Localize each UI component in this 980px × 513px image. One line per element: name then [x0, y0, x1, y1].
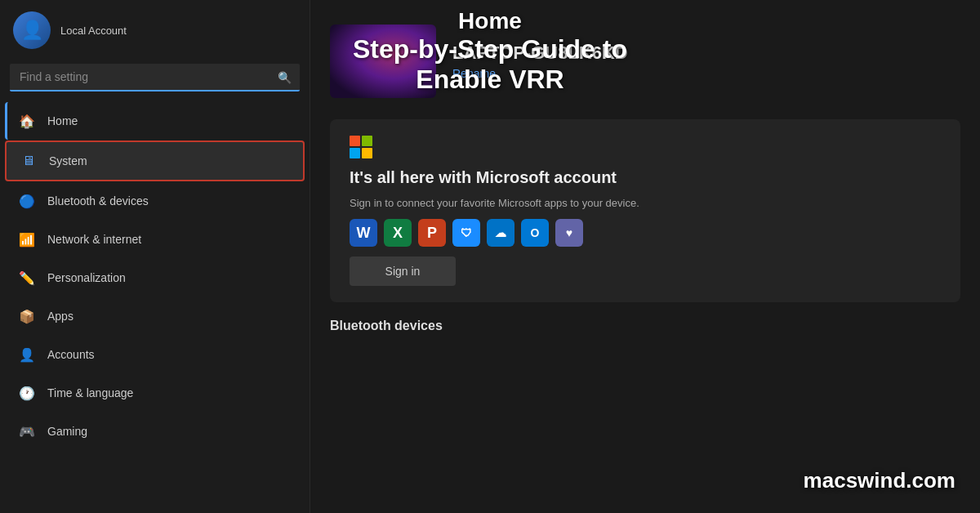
sidebar-item-bluetooth[interactable]: 🔵 Bluetooth & devices	[5, 182, 305, 220]
sidebar-item-time[interactable]: 🕐 Time & language	[5, 374, 305, 412]
bluetooth-icon: 🔵	[18, 192, 36, 210]
word-icon: W	[350, 219, 377, 247]
outlook-icon: O	[521, 219, 549, 247]
ms-account-card: It's all here with Microsoft account Sig…	[330, 119, 960, 302]
sidebar-item-gaming-label: Gaming	[47, 425, 87, 438]
excel-icon: X	[384, 219, 412, 247]
gaming-icon: 🎮	[18, 422, 36, 440]
sidebar-item-apps[interactable]: 📦 Apps	[5, 297, 305, 335]
network-icon: 📶	[18, 230, 36, 248]
device-name: LAPTOP-GU8LK6KD	[452, 42, 628, 64]
user-info: Local Account	[60, 25, 127, 37]
search-icon: 🔍	[278, 71, 292, 84]
system-icon: 🖥	[20, 152, 38, 170]
ms-card-subtitle: Sign in to connect your favorite Microso…	[350, 197, 941, 209]
user-name: Local Account	[60, 25, 127, 37]
ms-logo-red	[350, 136, 360, 146]
personalization-icon: ✏️	[18, 269, 36, 287]
user-profile: 👤 Local Account	[0, 0, 310, 60]
ms-logo-green	[362, 136, 372, 146]
user-avatar-icon: 👤	[21, 20, 43, 41]
watermark-bottom-right: macswind.com	[804, 468, 956, 493]
ms-logo-blue	[350, 148, 360, 158]
home-icon: 🏠	[18, 112, 36, 130]
sidebar-item-home[interactable]: 🏠 Home	[5, 102, 305, 140]
sidebar-item-bluetooth-label: Bluetooth & devices	[47, 194, 149, 207]
sidebar-item-accounts-label: Accounts	[47, 348, 95, 361]
sidebar-item-system-label: System	[49, 154, 87, 167]
accounts-icon: 👤	[18, 346, 36, 364]
search-box: 🔍	[10, 64, 300, 91]
sidebar-item-network-label: Network & internet	[47, 233, 141, 246]
sidebar-item-system[interactable]: 🖥 System	[5, 141, 305, 181]
laptop-thumbnail	[330, 25, 436, 98]
sidebar-item-personalization-label: Personalization	[47, 271, 126, 284]
main-content: LAPTOP-GU8LK6KD Rename It's all here wit…	[310, 0, 980, 513]
ms-logo-yellow	[362, 148, 372, 158]
sidebar-item-network[interactable]: 📶 Network & internet	[5, 221, 305, 258]
microsoft-logo	[350, 136, 372, 158]
sidebar-item-home-label: Home	[47, 114, 78, 127]
teams-icon: ♥	[555, 219, 583, 247]
sidebar: 👤 Local Account 🔍 🏠 Home 🖥 System �	[0, 0, 310, 513]
sidebar-item-apps-label: Apps	[47, 310, 74, 323]
time-icon: 🕐	[18, 384, 36, 402]
avatar: 👤	[13, 11, 51, 49]
device-info: LAPTOP-GU8LK6KD Rename	[452, 42, 628, 80]
device-card: LAPTOP-GU8LK6KD Rename	[330, 16, 960, 106]
sidebar-item-accounts[interactable]: 👤 Accounts	[5, 336, 305, 373]
sidebar-item-personalization[interactable]: ✏️ Personalization	[5, 259, 305, 297]
nav-items: 🏠 Home 🖥 System 🔵 Bluetooth & devices 📶 …	[0, 98, 310, 513]
sidebar-item-gaming[interactable]: 🎮 Gaming	[5, 413, 305, 450]
search-input[interactable]	[10, 64, 300, 91]
bluetooth-devices-heading: Bluetooth devices	[330, 315, 960, 333]
sidebar-item-time-label: Time & language	[47, 386, 133, 399]
defender-icon: 🛡	[452, 219, 480, 247]
rename-link[interactable]: Rename	[452, 67, 628, 80]
powerpoint-icon: P	[418, 219, 446, 247]
apps-icon: 📦	[18, 307, 36, 325]
signin-button[interactable]: Sign in	[350, 256, 456, 286]
app-icons-row: W X P 🛡 ☁ O ♥	[350, 219, 941, 247]
onedrive-icon: ☁	[487, 219, 514, 247]
ms-card-title: It's all here with Microsoft account	[350, 168, 941, 187]
